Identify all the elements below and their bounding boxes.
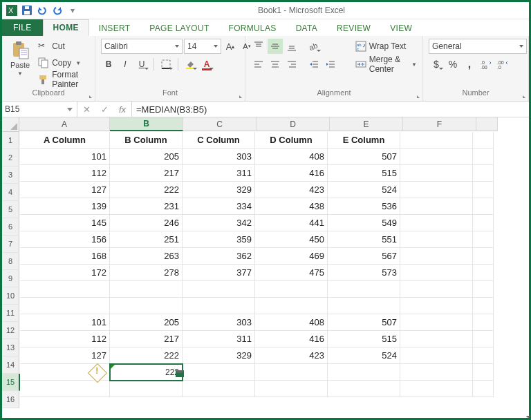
fill-color-button[interactable] [183, 57, 198, 72]
data-cell[interactable]: 168 [20, 248, 110, 265]
font-color-button[interactable]: A [199, 57, 214, 72]
data-cell[interactable] [473, 347, 494, 364]
header-cell[interactable] [473, 132, 494, 149]
increase-decimal-icon[interactable]: .0.00 [478, 57, 494, 72]
data-cell[interactable]: 469 [255, 248, 328, 265]
fx-icon[interactable]: fx [113, 104, 131, 115]
currency-button[interactable]: $ [429, 57, 444, 72]
data-cell[interactable]: 551 [328, 231, 400, 248]
data-cell[interactable] [400, 331, 473, 347]
data-cell[interactable] [20, 298, 110, 314]
header-cell[interactable]: D Column [255, 132, 328, 149]
data-cell[interactable] [400, 347, 473, 364]
row-header[interactable]: 14 [2, 356, 19, 374]
data-cell[interactable] [183, 281, 255, 298]
data-cell[interactable] [183, 381, 255, 397]
tab-insert[interactable]: INSERT [89, 21, 140, 36]
data-cell[interactable] [473, 182, 494, 198]
data-cell[interactable]: 408 [255, 149, 328, 165]
data-cell[interactable]: 549 [328, 215, 400, 231]
data-cell[interactable]: 362 [183, 248, 255, 265]
data-cell[interactable] [473, 165, 494, 182]
data-cell[interactable]: 101 [20, 149, 110, 165]
align-left-icon[interactable] [251, 57, 266, 72]
decrease-indent-icon[interactable] [306, 57, 322, 72]
data-cell[interactable] [255, 298, 328, 314]
data-cell[interactable] [255, 364, 328, 381]
header-cell[interactable]: E Column [328, 132, 400, 149]
data-cell[interactable]: 334 [183, 198, 255, 215]
tab-file[interactable]: FILE [2, 19, 43, 36]
data-cell[interactable]: 222 [110, 364, 183, 381]
tab-view[interactable]: VIEW [380, 21, 422, 36]
tab-data[interactable]: DATA [286, 21, 327, 36]
data-cell[interactable] [473, 381, 494, 397]
data-cell[interactable]: 303 [183, 149, 255, 165]
data-cell[interactable]: 377 [183, 265, 255, 281]
row-header[interactable]: 13 [2, 339, 19, 356]
decrease-decimal-icon[interactable]: .00.0 [495, 57, 510, 72]
data-cell[interactable] [400, 198, 473, 215]
font-name-select[interactable]: Calibri [101, 39, 183, 54]
data-cell[interactable]: 329 [183, 347, 255, 364]
row-header[interactable]: 8 [2, 253, 19, 270]
data-cell[interactable]: 441 [255, 215, 328, 231]
column-header[interactable]: A [19, 117, 110, 131]
data-cell[interactable]: 524 [328, 182, 400, 198]
formula-bar[interactable]: =MEDIAN(B3:B5) [132, 102, 529, 117]
redo-icon[interactable] [52, 5, 63, 16]
data-cell[interactable] [255, 281, 328, 298]
data-cell[interactable]: 217 [110, 331, 183, 347]
data-cell[interactable]: 263 [110, 248, 183, 265]
wrap-text-button[interactable]: abcWrap Text [355, 39, 417, 54]
data-cell[interactable]: 172 [20, 265, 110, 281]
cells-area[interactable]: A ColumnB ColumnC ColumnD ColumnE Column… [20, 132, 494, 418]
data-cell[interactable]: 112 [20, 331, 110, 347]
error-trace-icon[interactable] [88, 363, 107, 383]
data-cell[interactable] [400, 364, 473, 381]
data-cell[interactable] [328, 381, 400, 397]
data-cell[interactable] [400, 182, 473, 198]
data-cell[interactable]: 205 [110, 314, 183, 331]
data-cell[interactable] [400, 215, 473, 231]
data-cell[interactable] [400, 298, 473, 314]
underline-button[interactable]: U [134, 57, 149, 72]
row-header[interactable]: 15 [2, 374, 20, 391]
row-header[interactable]: 12 [2, 322, 19, 339]
data-cell[interactable]: 231 [110, 198, 183, 215]
data-cell[interactable] [400, 165, 473, 182]
data-cell[interactable] [400, 149, 473, 165]
align-center-icon[interactable] [268, 57, 283, 72]
align-right-icon[interactable] [284, 57, 299, 72]
data-cell[interactable] [20, 364, 110, 381]
data-cell[interactable] [400, 231, 473, 248]
data-cell[interactable]: 251 [110, 231, 183, 248]
tab-formulas[interactable]: FORMULAS [219, 21, 286, 36]
data-cell[interactable] [110, 281, 183, 298]
header-cell[interactable]: B Column [110, 132, 183, 149]
data-cell[interactable]: 303 [183, 314, 255, 331]
increase-indent-icon[interactable] [323, 57, 338, 72]
data-cell[interactable]: 408 [255, 314, 328, 331]
data-cell[interactable]: 127 [20, 347, 110, 364]
data-cell[interactable] [473, 298, 494, 314]
column-header[interactable] [476, 117, 498, 131]
align-top-icon[interactable] [251, 39, 266, 54]
data-cell[interactable]: 507 [328, 314, 400, 331]
header-cell[interactable] [400, 132, 473, 149]
data-cell[interactable]: 101 [20, 314, 110, 331]
data-cell[interactable]: 246 [110, 215, 183, 231]
data-cell[interactable]: 311 [183, 331, 255, 347]
data-cell[interactable] [20, 381, 110, 397]
data-cell[interactable] [328, 281, 400, 298]
comma-button[interactable]: , [462, 57, 477, 72]
data-cell[interactable] [328, 298, 400, 314]
select-all-corner[interactable] [2, 117, 19, 132]
row-header[interactable]: 1 [2, 132, 19, 149]
data-cell[interactable] [473, 364, 494, 381]
bold-button[interactable]: B [101, 57, 116, 72]
undo-icon[interactable] [37, 5, 48, 16]
data-cell[interactable]: 329 [183, 182, 255, 198]
tab-home[interactable]: HOME [43, 19, 89, 36]
data-cell[interactable] [183, 298, 255, 314]
